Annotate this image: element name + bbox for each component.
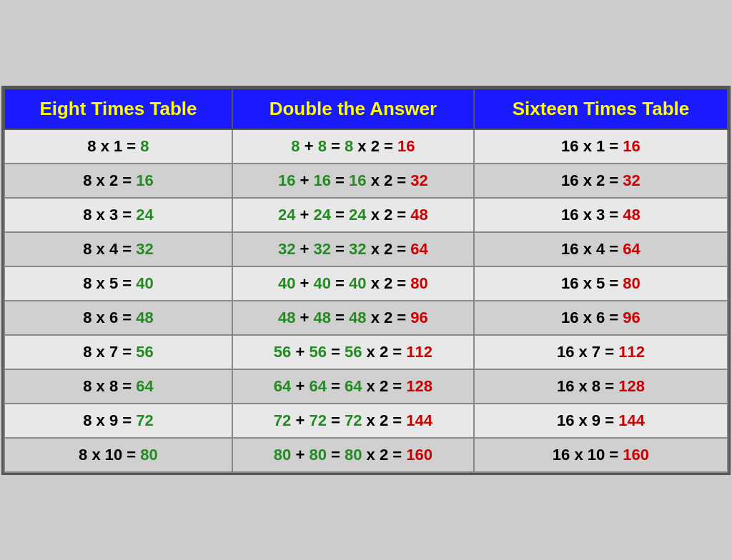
double-cell: 80 + 80 = 80 x 2 = 160 <box>232 438 474 472</box>
table-row: 8 x 10 = 8080 + 80 = 80 x 2 = 16016 x 10… <box>4 438 728 472</box>
sixteen-answer: 32 <box>623 171 640 189</box>
sixteen-cell: 16 x 7 = 112 <box>474 335 728 369</box>
sixteen-prefix: 16 x 8 = <box>557 377 618 395</box>
double-eq1: = <box>327 343 345 361</box>
double-g3: 80 <box>345 446 362 464</box>
sixteen-prefix: 16 x 5 = <box>561 274 623 292</box>
double-eq1: = <box>331 240 349 258</box>
double-plus: + <box>295 240 313 258</box>
eight-cell: 8 x 7 = 56 <box>4 335 232 369</box>
sixteen-cell: 16 x 1 = 16 <box>474 129 728 164</box>
sixteen-prefix: 16 x 1 = <box>561 137 623 155</box>
double-eq1: = <box>327 137 345 155</box>
main-container: Eight Times Table Double the Answer Sixt… <box>1 86 731 475</box>
double-eq1: = <box>331 171 349 189</box>
double-g1: 32 <box>278 240 295 258</box>
double-plus: + <box>291 446 309 464</box>
sixteen-answer: 80 <box>623 274 640 292</box>
double-g1: 24 <box>278 206 295 224</box>
double-result: 32 <box>410 171 427 189</box>
double-plus: + <box>291 343 309 361</box>
sixteen-answer: 112 <box>618 343 645 361</box>
sixteen-cell: 16 x 2 = 32 <box>474 164 728 198</box>
double-g2: 56 <box>309 343 326 361</box>
sixteen-answer: 128 <box>618 377 645 395</box>
double-g3: 40 <box>349 274 366 292</box>
double-cell: 16 + 16 = 16 x 2 = 32 <box>232 164 474 198</box>
double-plus: + <box>300 137 318 155</box>
sixteen-answer: 160 <box>623 446 649 464</box>
eight-answer: 48 <box>136 309 153 326</box>
eight-prefix: 8 x 1 = <box>87 137 140 155</box>
eight-cell: 8 x 1 = 8 <box>4 129 232 164</box>
eight-prefix: 8 x 3 = <box>83 206 136 224</box>
eight-answer: 72 <box>136 411 153 429</box>
eight-cell: 8 x 6 = 48 <box>4 301 232 335</box>
double-cell: 8 + 8 = 8 x 2 = 16 <box>232 129 474 164</box>
header-row: Eight Times Table Double the Answer Sixt… <box>4 89 728 129</box>
eight-answer: 32 <box>136 240 153 258</box>
sixteen-answer: 144 <box>618 411 645 429</box>
sixteen-prefix: 16 x 2 = <box>561 171 623 189</box>
double-x2: x 2 = <box>367 206 411 224</box>
times-table: Eight Times Table Double the Answer Sixt… <box>4 88 728 473</box>
header-sixteen: Sixteen Times Table <box>474 89 728 129</box>
sixteen-prefix: 16 x 3 = <box>561 206 623 224</box>
eight-cell: 8 x 10 = 80 <box>4 438 232 472</box>
table-row: 8 x 9 = 7272 + 72 = 72 x 2 = 14416 x 9 =… <box>4 404 728 438</box>
sixteen-prefix: 16 x 4 = <box>561 240 623 258</box>
sixteen-cell: 16 x 9 = 144 <box>474 404 728 438</box>
double-x2: x 2 = <box>362 411 406 429</box>
eight-prefix: 8 x 10 = <box>79 446 140 464</box>
double-g1: 8 <box>291 137 300 155</box>
double-g2: 16 <box>314 171 331 189</box>
double-x2: x 2 = <box>362 377 406 395</box>
sixteen-cell: 16 x 10 = 160 <box>474 438 728 472</box>
eight-cell: 8 x 2 = 16 <box>4 164 232 198</box>
sixteen-answer: 48 <box>623 206 640 224</box>
double-g2: 8 <box>318 137 327 155</box>
double-cell: 72 + 72 = 72 x 2 = 144 <box>232 404 474 438</box>
double-g1: 64 <box>274 377 291 395</box>
double-result: 16 <box>397 137 415 155</box>
double-cell: 56 + 56 = 56 x 2 = 112 <box>232 335 474 369</box>
double-result: 112 <box>406 343 432 361</box>
double-cell: 64 + 64 = 64 x 2 = 128 <box>232 369 474 404</box>
eight-answer: 8 <box>140 137 149 155</box>
sixteen-prefix: 16 x 7 = <box>557 343 618 361</box>
double-g3: 16 <box>349 171 366 189</box>
double-cell: 40 + 40 = 40 x 2 = 80 <box>232 266 474 301</box>
double-x2: x 2 = <box>353 137 397 155</box>
eight-prefix: 8 x 5 = <box>83 274 136 292</box>
double-g3: 8 <box>345 137 353 155</box>
double-g1: 56 <box>274 343 291 361</box>
double-x2: x 2 = <box>362 446 406 464</box>
eight-answer: 16 <box>136 171 153 189</box>
double-g2: 24 <box>314 206 331 224</box>
double-eq1: = <box>327 411 345 429</box>
double-g2: 32 <box>314 240 331 258</box>
sixteen-cell: 16 x 8 = 128 <box>474 369 728 404</box>
double-result: 48 <box>410 206 427 224</box>
table-row: 8 x 4 = 3232 + 32 = 32 x 2 = 6416 x 4 = … <box>4 232 728 266</box>
double-g1: 72 <box>274 411 291 429</box>
double-x2: x 2 = <box>362 343 406 361</box>
double-g2: 80 <box>309 446 326 464</box>
eight-cell: 8 x 9 = 72 <box>4 404 232 438</box>
double-g1: 48 <box>278 309 295 326</box>
double-eq1: = <box>331 274 349 292</box>
double-g1: 16 <box>278 171 295 189</box>
eight-prefix: 8 x 2 = <box>83 171 136 189</box>
eight-cell: 8 x 5 = 40 <box>4 266 232 301</box>
double-cell: 24 + 24 = 24 x 2 = 48 <box>232 198 474 232</box>
double-x2: x 2 = <box>367 171 411 189</box>
double-g3: 48 <box>349 309 366 326</box>
double-g2: 40 <box>314 274 331 292</box>
sixteen-prefix: 16 x 10 = <box>553 446 623 464</box>
double-result: 128 <box>406 377 432 395</box>
double-result: 160 <box>406 446 432 464</box>
double-eq1: = <box>331 309 349 326</box>
sixteen-answer: 16 <box>623 137 640 155</box>
header-double: Double the Answer <box>232 89 474 129</box>
double-result: 80 <box>410 274 427 292</box>
